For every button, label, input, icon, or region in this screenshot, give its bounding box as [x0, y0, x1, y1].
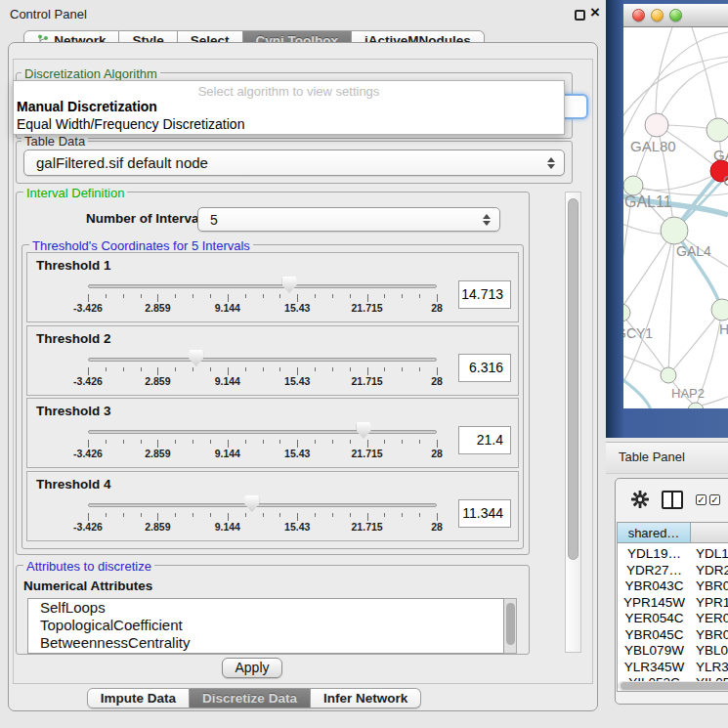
slider-tick	[315, 294, 316, 298]
discretization-algorithm-label: Discretization Algorithm	[21, 66, 160, 81]
node-label: C	[723, 172, 728, 189]
list-scrollbar-thumb[interactable]	[506, 603, 515, 645]
table-row[interactable]: YBR045CYBR045C	[618, 627, 728, 644]
slider-tick	[210, 294, 211, 298]
tab-label: Infer Network	[323, 691, 407, 706]
network-node[interactable]	[623, 176, 643, 195]
horizontal-scrollbar-thumb[interactable]	[621, 682, 728, 690]
network-node[interactable]	[711, 299, 728, 321]
network-node[interactable]	[645, 113, 668, 137]
node-label: GAL80	[630, 138, 676, 154]
slider-thumb[interactable]	[189, 350, 203, 366]
network-node[interactable]	[707, 118, 728, 142]
algorithm-dropdown-popup: Select algorithm to view settings Manual…	[13, 80, 565, 135]
slider-tick	[384, 513, 385, 517]
attribute-list-item[interactable]: TopologicalCoefficient	[28, 617, 503, 634]
slider-tick	[245, 367, 246, 371]
slider-tick	[228, 294, 229, 302]
slider-tick-label: 9.144	[215, 521, 240, 533]
slider-tick-label: 28	[431, 375, 443, 387]
tab-impute-data[interactable]: Impute Data	[87, 688, 190, 708]
network-node[interactable]	[623, 304, 630, 321]
slider-tick	[175, 367, 176, 371]
num-intervals-combo[interactable]: 5	[197, 207, 500, 232]
dropdown-option[interactable]: Equal Width/Frequency Discretization	[14, 115, 564, 133]
slider-tick	[332, 367, 333, 371]
numerical-attributes-label: Numerical Attributes	[23, 578, 152, 593]
gear-icon[interactable]	[631, 491, 649, 508]
slider-tick	[141, 440, 142, 444]
numerical-attributes-list[interactable]: SelfLoopsTopologicalCoefficientBetweenne…	[27, 598, 504, 654]
slider-tick	[210, 440, 211, 444]
tab-infer-network[interactable]: Infer Network	[311, 688, 421, 708]
tab-discretize-data[interactable]: Discretize Data	[190, 688, 311, 708]
slider-tick	[228, 440, 229, 448]
apply-button[interactable]: Apply	[222, 658, 282, 678]
threshold-value-field[interactable]: 14.713	[458, 280, 511, 309]
slider-thumb[interactable]	[244, 495, 259, 512]
slider-tick	[193, 294, 193, 298]
column-header-shared-name[interactable]: shared…	[618, 523, 691, 543]
slider-tick	[279, 294, 280, 298]
slider-tick	[157, 440, 158, 448]
close-icon[interactable]: ×	[590, 3, 600, 22]
slider-tick	[193, 367, 193, 371]
cell-name: YBR043C	[696, 578, 728, 593]
dropdown-placeholder: Select algorithm to view settings	[14, 81, 564, 98]
table-row[interactable]: YPR145WYPR145W	[618, 595, 728, 612]
network-node[interactable]	[661, 367, 676, 383]
float-window-icon[interactable]	[575, 10, 585, 21]
threshold-label: Threshold 2	[36, 331, 111, 346]
network-window-titlebar[interactable]	[623, 4, 728, 27]
slider-tick	[106, 367, 107, 371]
slider-tick	[123, 440, 124, 444]
table-row[interactable]: YBR043CYBR043C	[618, 578, 728, 595]
slider-tick	[106, 294, 107, 298]
slider-track[interactable]	[88, 358, 437, 362]
node-label: GAL4	[676, 243, 711, 259]
network-canvas[interactable]: GAL80GACGAL11GAL4HGCY1HAP2	[623, 27, 728, 408]
close-traffic-light-icon[interactable]	[632, 9, 645, 21]
vertical-scrollbar-thumb[interactable]	[568, 198, 578, 560]
zoom-traffic-light-icon[interactable]	[669, 9, 682, 21]
slider-tick	[350, 440, 351, 444]
slider-track[interactable]	[88, 503, 437, 507]
threshold-value-field[interactable]: 11.344	[458, 499, 511, 528]
tab-label: Impute Data	[101, 691, 176, 706]
table-row[interactable]: YBL079WYBL079W	[618, 643, 728, 660]
attribute-list-item[interactable]: SelfLoops	[28, 599, 503, 617]
network-node[interactable]	[661, 217, 688, 244]
slider-tick	[384, 440, 385, 444]
table-row[interactable]: YDR27…YDR27	[618, 563, 728, 579]
slider-track[interactable]	[88, 284, 437, 288]
attribute-list-item[interactable]: BetweennessCentrality	[28, 634, 503, 652]
slider-track[interactable]	[88, 430, 437, 434]
table-data-combo[interactable]: galFiltered.sif default node	[23, 150, 565, 176]
slider-tick	[245, 294, 246, 298]
node-table[interactable]: shared… name YDL19…YDL19YDR27…YDR27YBR04…	[617, 522, 728, 692]
network-node[interactable]	[688, 403, 704, 408]
checkbox-icon[interactable]: ✓	[709, 494, 720, 505]
dropdown-option[interactable]: Manual Discretization	[14, 98, 564, 115]
threshold-value-field[interactable]: 6.316	[458, 354, 511, 382]
slider-tick	[175, 513, 176, 517]
slider-tick	[419, 513, 420, 517]
slider-tick	[228, 513, 229, 521]
cell-name: YDL19	[696, 546, 728, 561]
slider-tick-label: 15.43	[284, 448, 310, 459]
slider-tick	[263, 294, 264, 298]
table-row[interactable]: YLR345WYLR345W	[618, 660, 728, 676]
threshold-value-field[interactable]: 21.4	[458, 426, 511, 454]
column-header-name[interactable]: name	[691, 523, 728, 543]
table-row[interactable]: YER054CYER054C	[618, 611, 728, 627]
table-panel-toolbar: ✓ ✓	[617, 480, 728, 519]
slider-tick	[350, 513, 351, 517]
split-table-icon[interactable]	[662, 491, 683, 509]
table-row[interactable]: YDL19…YDL19	[618, 546, 728, 563]
slider-tick	[297, 367, 298, 375]
minimize-traffic-light-icon[interactable]	[651, 9, 664, 21]
slider-tick	[332, 294, 333, 298]
slider-thumb[interactable]	[357, 422, 371, 439]
slider-thumb[interactable]	[282, 277, 297, 293]
checkbox-icon[interactable]: ✓	[696, 494, 707, 505]
